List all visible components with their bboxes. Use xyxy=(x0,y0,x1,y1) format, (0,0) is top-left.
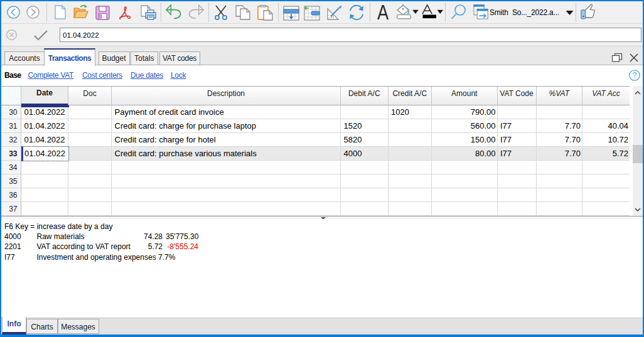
svg-text:?: ? xyxy=(633,71,637,80)
